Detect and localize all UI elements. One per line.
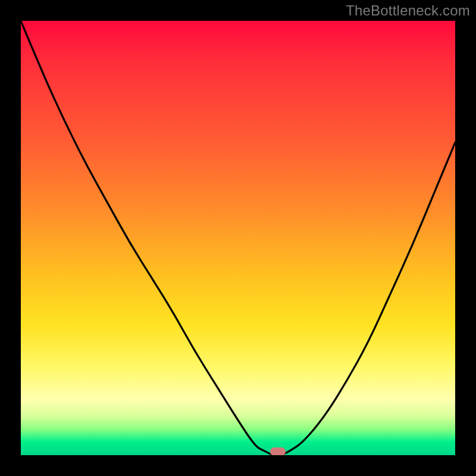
optimum-marker: [270, 447, 286, 455]
curve-path: [21, 21, 455, 455]
plot-area: [21, 21, 455, 455]
watermark-text: TheBottleneck.com: [346, 2, 470, 19]
bottleneck-curve: [21, 21, 455, 455]
chart-frame: TheBottleneck.com: [0, 0, 476, 476]
